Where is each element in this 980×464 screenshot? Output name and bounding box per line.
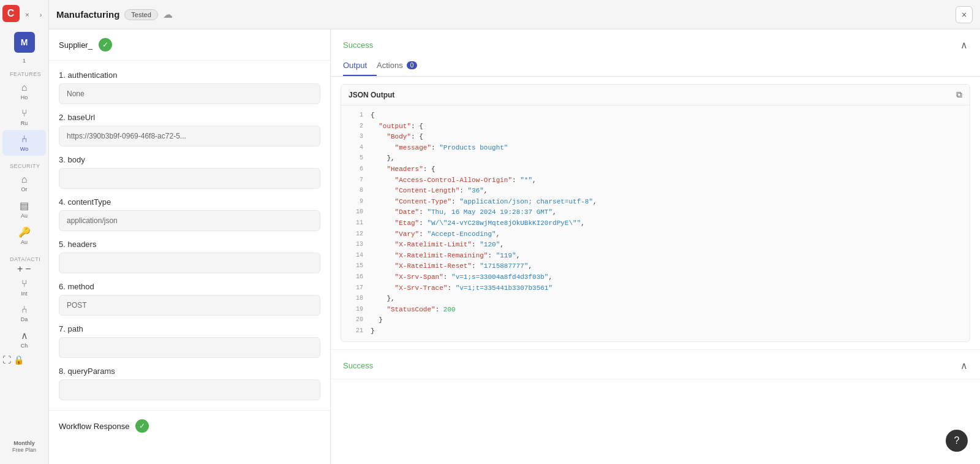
sidebar-item-auth[interactable]: ▤ Au bbox=[2, 196, 46, 222]
app-logo: C bbox=[2, 5, 20, 22]
ch-icon: ∧ bbox=[21, 330, 28, 341]
avatar[interactable]: M bbox=[14, 32, 35, 53]
param-method: 6. method POST bbox=[59, 282, 320, 316]
param-queryparams: 8. queryParams bbox=[59, 367, 320, 400]
output-section-1: Success ∧ Output Actions 0 JSON Output bbox=[331, 29, 980, 350]
success-label-2: Success bbox=[343, 361, 373, 370]
json-line: 1 { bbox=[341, 110, 970, 121]
json-line: 13 "X-Ratelimit-Limit": "120", bbox=[341, 240, 970, 251]
main-area: Manufacturing Tested ☁ × Supplier_ ✓ 1. … bbox=[49, 0, 980, 464]
auth-icon: ▤ bbox=[20, 200, 29, 211]
workflow-response-check-icon: ✓ bbox=[135, 419, 149, 433]
success-label: Success bbox=[343, 40, 373, 50]
json-line: 12 "Vary": "Accept-Encoding", bbox=[341, 229, 970, 240]
json-line: 16 "X-Srv-Span": "v=1;s=33004a8fd4d3f03b… bbox=[341, 272, 970, 283]
success-check-icon: ✓ bbox=[99, 38, 112, 51]
sidebar-item-api[interactable]: 🔑 Au bbox=[2, 222, 46, 249]
tab-actions[interactable]: Actions 0 bbox=[377, 56, 427, 76]
sidebar-item-int[interactable]: ⑂ Int bbox=[2, 275, 46, 300]
home-label: Ho bbox=[21, 94, 28, 101]
param-body: 3. body bbox=[59, 155, 320, 189]
sidebar: C × › M 1 FEATURES ⌂ Ho ⑂ Ru ⑃ Wo SECURI… bbox=[0, 0, 49, 464]
workflow-response-header: Workflow Response ✓ bbox=[49, 410, 330, 441]
close-button[interactable]: × bbox=[956, 6, 973, 23]
lock-button[interactable]: 🔒 bbox=[13, 355, 24, 365]
path-label: 7. path bbox=[59, 324, 320, 333]
collapse-button-2[interactable]: ∧ bbox=[960, 360, 968, 371]
param-contenttype: 4. contentType application/json bbox=[59, 197, 320, 231]
json-line: 7 "Access-Control-Allow-Origin": "*", bbox=[341, 175, 970, 186]
auth-label: Au bbox=[21, 213, 28, 219]
json-line: 17 "X-Srv-Trace": "v=1;t=335441b3307b356… bbox=[341, 283, 970, 294]
home-icon: ⌂ bbox=[21, 82, 28, 93]
authentication-label: 1. authentication bbox=[59, 70, 320, 80]
baseurl-input[interactable]: https://390b3b9f-0969-46f8-ac72-5... bbox=[59, 126, 320, 146]
collapse-button[interactable]: ∧ bbox=[960, 39, 968, 51]
output-section-header: Success ∧ bbox=[331, 29, 980, 51]
param-headers: 5. headers bbox=[59, 240, 320, 273]
sidebar-security-section: SECURITY ⌂ Or ▤ Au 🔑 Au bbox=[0, 158, 48, 249]
sidebar-item-data[interactable]: ⑃ Da bbox=[2, 300, 46, 326]
add-button[interactable]: + bbox=[17, 264, 23, 275]
body-label: 3. body bbox=[59, 155, 320, 164]
headers-input[interactable] bbox=[59, 253, 320, 273]
output-section-2-header: Success ∧ bbox=[331, 350, 980, 379]
sidebar-bottom: Monthly Free Plan bbox=[0, 440, 48, 459]
json-line: 6 "Headers": { bbox=[341, 164, 970, 175]
workflow-icon: ⑃ bbox=[21, 134, 28, 145]
sidebar-item-ch[interactable]: ∧ Ch bbox=[2, 326, 46, 352]
copy-button[interactable]: ⧉ bbox=[956, 89, 962, 100]
json-line: 3 "Body": { bbox=[341, 132, 970, 143]
resize-button[interactable]: ⛶ bbox=[2, 355, 11, 365]
remove-button[interactable]: − bbox=[25, 264, 31, 275]
output-section-2: Success ∧ bbox=[331, 350, 980, 379]
json-line: 4 "message": "Products bought" bbox=[341, 143, 970, 154]
json-code: 1 { 2 "output": { 3 "Body": { 4 bbox=[341, 105, 970, 341]
node-label: Supplier_ bbox=[59, 40, 92, 50]
tested-badge: Tested bbox=[124, 9, 157, 20]
sidebar-item-org[interactable]: ⌂ Or bbox=[2, 170, 46, 196]
page-title: Manufacturing bbox=[56, 9, 119, 20]
body-input[interactable] bbox=[59, 168, 320, 189]
param-authentication: 1. authentication None bbox=[59, 70, 320, 104]
workflow-label: Wo bbox=[20, 146, 28, 152]
sidebar-data-section: DATA/ACTI + − ⑂ Int ⑃ Da ∧ Ch ⛶ 🔒 bbox=[0, 251, 48, 365]
actions-badge: 0 bbox=[407, 61, 418, 69]
json-line: 21 } bbox=[341, 326, 970, 337]
output-panel: Success ∧ Output Actions 0 JSON Output bbox=[331, 29, 980, 464]
sidebar-item-workflow[interactable]: ⑃ Wo bbox=[2, 130, 46, 156]
json-line: 18 }, bbox=[341, 294, 970, 305]
content-area: Supplier_ ✓ 1. authentication None 2. ba… bbox=[49, 29, 980, 464]
queryparams-label: 8. queryParams bbox=[59, 367, 320, 376]
queryparams-input[interactable] bbox=[59, 379, 320, 400]
org-label: Or bbox=[21, 186, 28, 192]
json-line: 11 "Etag": "W/\"24-vYC28wjMqte8jOkUBkKI2… bbox=[341, 218, 970, 229]
output-tabs: Output Actions 0 bbox=[331, 56, 980, 77]
int-icon: ⑂ bbox=[21, 278, 28, 289]
path-input[interactable] bbox=[59, 337, 320, 358]
tab-output[interactable]: Output bbox=[343, 56, 377, 76]
help-button[interactable]: ? bbox=[946, 430, 968, 452]
top-bar: Manufacturing Tested ☁ × bbox=[49, 0, 980, 29]
api-label: Au bbox=[21, 239, 28, 245]
json-line: 8 "Content-Length": "36", bbox=[341, 186, 970, 197]
json-line: 2 "output": { bbox=[341, 121, 970, 132]
int-label: Int bbox=[21, 291, 27, 297]
json-line: 20 } bbox=[341, 315, 970, 326]
sidebar-expand-button[interactable]: › bbox=[36, 9, 47, 20]
param-path: 7. path bbox=[59, 324, 320, 358]
params-content: 1. authentication None 2. baseUrl https:… bbox=[49, 61, 330, 410]
headers-label: 5. headers bbox=[59, 240, 320, 249]
sidebar-item-run[interactable]: ⑂ Ru bbox=[2, 104, 46, 130]
json-line: 14 "X-Ratelimit-Remaining": "119", bbox=[341, 251, 970, 262]
json-output-title: JSON Output bbox=[349, 91, 394, 99]
method-input[interactable]: POST bbox=[59, 295, 320, 316]
features-label: FEATURES bbox=[2, 71, 46, 77]
contenttype-input[interactable]: application/json bbox=[59, 210, 320, 231]
params-panel: Supplier_ ✓ 1. authentication None 2. ba… bbox=[49, 29, 331, 464]
json-line: 9 "Content-Type": "application/json; cha… bbox=[341, 197, 970, 208]
sidebar-item-home[interactable]: ⌂ Ho bbox=[2, 78, 46, 104]
node-header: Supplier_ ✓ bbox=[49, 29, 330, 61]
sidebar-close-button[interactable]: × bbox=[22, 9, 33, 20]
authentication-input[interactable]: None bbox=[59, 83, 320, 104]
